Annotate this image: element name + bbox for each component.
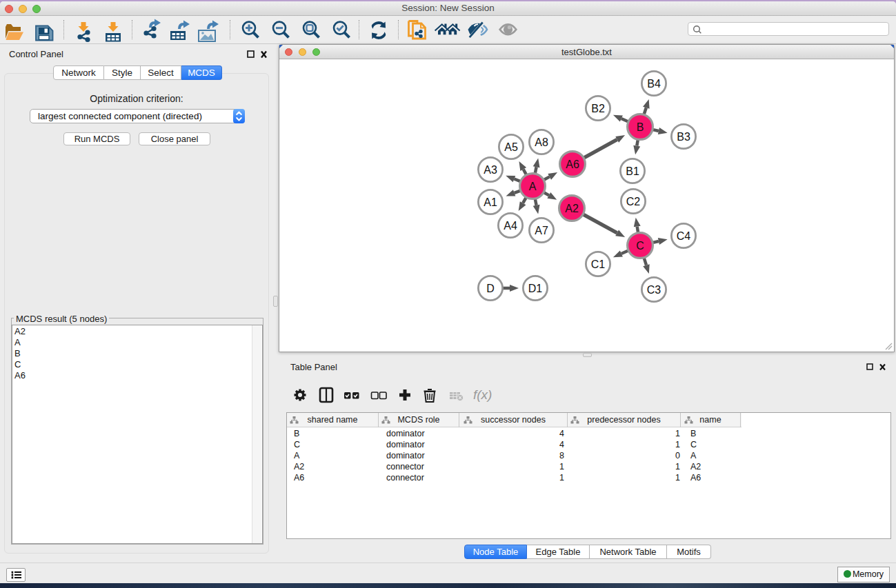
svg-text:B: B xyxy=(637,121,644,133)
svg-text:B4: B4 xyxy=(647,78,661,90)
svg-text:C2: C2 xyxy=(626,196,641,207)
svg-text:B1: B1 xyxy=(626,165,639,177)
svg-text:C1: C1 xyxy=(591,258,606,270)
svg-text:A: A xyxy=(529,181,537,192)
svg-text:A2: A2 xyxy=(565,203,579,214)
svg-text:f(x): f(x) xyxy=(473,387,492,402)
svg-text:C: C xyxy=(636,240,644,252)
svg-text:C4: C4 xyxy=(677,230,691,242)
svg-text:A8: A8 xyxy=(535,136,548,148)
svg-text:A6: A6 xyxy=(566,159,579,170)
svg-text:A4: A4 xyxy=(504,220,517,232)
svg-text:D1: D1 xyxy=(528,283,543,294)
svg-text:D: D xyxy=(486,283,495,294)
svg-text:B2: B2 xyxy=(591,103,605,114)
svg-text:A5: A5 xyxy=(504,141,518,153)
svg-text:B3: B3 xyxy=(677,131,690,143)
svg-text:A1: A1 xyxy=(484,196,497,208)
svg-text:A7: A7 xyxy=(535,225,548,236)
svg-text:C3: C3 xyxy=(647,284,661,296)
svg-text:A3: A3 xyxy=(484,164,497,176)
